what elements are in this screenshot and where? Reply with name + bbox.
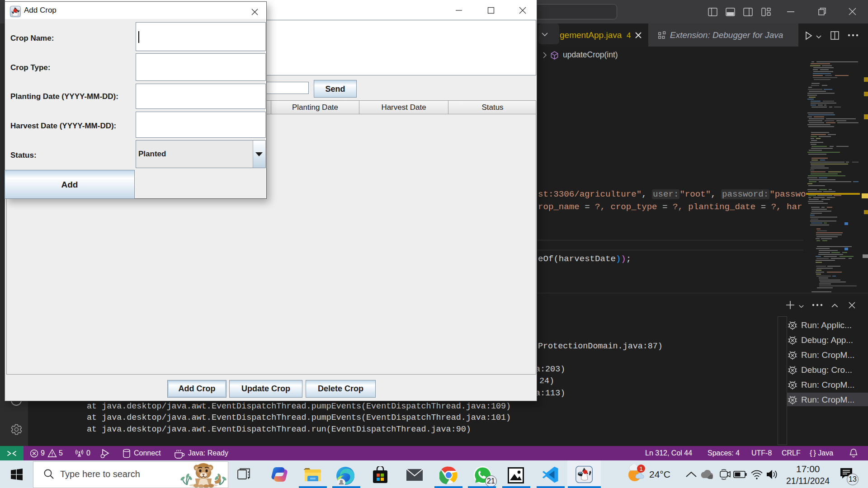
svg-text:1: 1: [639, 465, 642, 472]
